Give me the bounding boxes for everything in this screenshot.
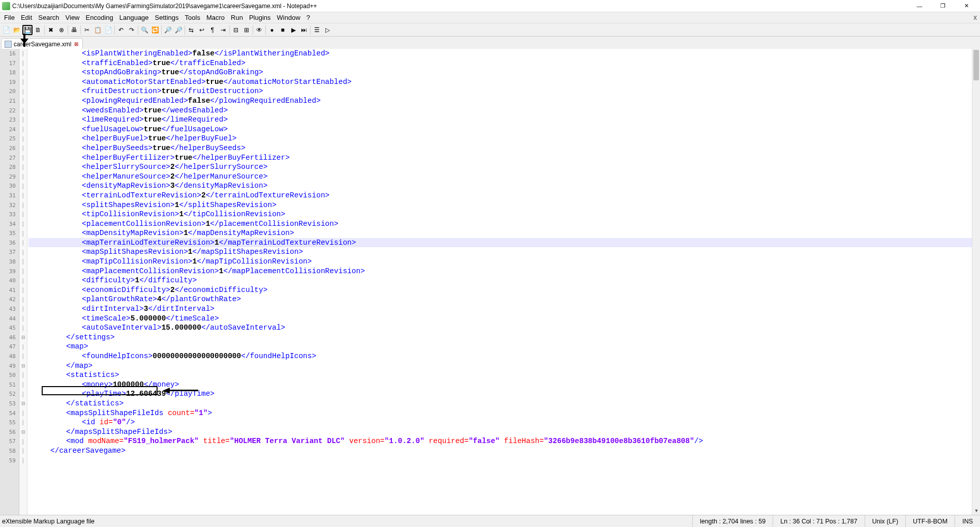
code-line[interactable]: <mapsSplitShapeFileIds count="1"> (28, 408, 972, 418)
code-line[interactable]: </settings> (28, 333, 972, 342)
fold-marker[interactable]: │ (19, 115, 27, 125)
fold-marker[interactable]: │ (19, 257, 27, 267)
menu-plugins[interactable]: Plugins (246, 13, 274, 22)
fold-marker[interactable]: │ (19, 77, 27, 87)
close-button[interactable]: ✖ (46, 25, 56, 35)
save-button[interactable]: 💾 (22, 25, 33, 35)
code-line[interactable]: <timeScale>5.000000</timeScale> (28, 314, 972, 324)
code-line[interactable]: <difficulty>1</difficulty> (28, 276, 972, 285)
maximize-button[interactable]: ❐ (931, 1, 955, 12)
fold-marker[interactable]: │ (19, 446, 27, 456)
fold-column[interactable]: ││││││││││││││││││││││││││││││⊟││⊟│││⊟││… (19, 49, 27, 515)
fold-marker[interactable]: │ (19, 276, 27, 285)
cut-button[interactable]: ✂ (82, 25, 92, 35)
fold-marker[interactable]: │ (19, 134, 27, 143)
code-line[interactable]: <helperBuyFuel>true</helperBuyFuel> (28, 134, 972, 143)
fold-marker[interactable]: │ (19, 342, 27, 352)
play-mult-button[interactable]: ⏭ (299, 25, 309, 35)
fold-marker[interactable]: │ (19, 86, 27, 96)
code-line[interactable]: <statistics> (28, 370, 972, 380)
menu-edit[interactable]: Edit (18, 13, 35, 22)
fold-marker[interactable]: │ (19, 49, 27, 58)
code-line[interactable]: <terrainLodTextureRevision>2</terrainLod… (28, 191, 972, 200)
fold-marker[interactable]: │ (19, 323, 27, 333)
macro-list-button[interactable]: ☰ (312, 25, 322, 35)
menu-help[interactable]: ? (303, 13, 313, 22)
code-line[interactable]: <mapDensityMapRevision>1</mapDensityMapR… (28, 228, 972, 238)
code-line[interactable]: <dirtInterval>3</dirtInterval> (28, 304, 972, 314)
fold-marker[interactable]: │ (19, 247, 27, 257)
fold-marker[interactable]: │ (19, 143, 27, 153)
code-line[interactable]: <mapPlacementCollisionRevision>1</mapPla… (28, 267, 972, 276)
menu-file[interactable]: File (1, 13, 18, 22)
fold-marker[interactable]: │ (19, 68, 27, 77)
code-line[interactable]: <helperManureSource>2</helperManureSourc… (28, 172, 972, 182)
undo-button[interactable]: ↶ (116, 25, 126, 35)
redo-button[interactable]: ↷ (127, 25, 137, 35)
code-line[interactable]: <economicDifficulty>2</economicDifficult… (28, 285, 972, 295)
close-secondary-button[interactable]: x (973, 13, 977, 21)
fold-marker[interactable]: │ (19, 267, 27, 276)
fold-marker[interactable]: │ (19, 58, 27, 68)
scroll-down-icon[interactable]: ▼ (972, 507, 980, 515)
fold-button[interactable]: ⊟ (231, 25, 241, 35)
fold-marker[interactable]: ⊟ (19, 399, 27, 408)
code-line[interactable]: <plantGrowthRate>4</plantGrowthRate> (28, 295, 972, 304)
fold-marker[interactable]: │ (19, 370, 27, 380)
close-all-button[interactable]: ⊗ (56, 25, 67, 35)
fold-marker[interactable]: │ (19, 172, 27, 182)
code-line[interactable]: <splitShapesRevision>1</splitShapesRevis… (28, 200, 972, 210)
code-line[interactable]: <densityMapRevision>3</densityMapRevisio… (28, 181, 972, 191)
status-encoding[interactable]: UTF-8-BOM (905, 515, 955, 527)
zoom-out-button[interactable]: 🔎 (173, 25, 183, 35)
fold-marker[interactable]: ⊟ (19, 333, 27, 342)
code-line[interactable]: <mod modName="FS19_holmerPack" title="HO… (28, 436, 972, 446)
code-line[interactable]: <helperBuyFertilizer>true</helperBuyFert… (28, 153, 972, 163)
code-line[interactable]: </careerSavegame> (28, 446, 972, 456)
code-line[interactable] (28, 456, 972, 465)
menu-macro[interactable]: Macro (203, 13, 228, 22)
menu-run[interactable]: Run (228, 13, 246, 22)
code-line[interactable]: <isPlantWitheringEnabled>false</isPlantW… (28, 49, 972, 58)
run-button[interactable]: ▷ (322, 25, 332, 35)
minimize-button[interactable]: ― (908, 1, 931, 12)
fold-marker[interactable]: │ (19, 210, 27, 219)
fold-marker[interactable]: │ (19, 238, 27, 248)
fold-marker[interactable]: │ (19, 380, 27, 390)
fold-marker[interactable]: │ (19, 106, 27, 115)
tab-close-icon[interactable]: ⊠ (73, 41, 79, 47)
stop-button[interactable]: ■ (278, 25, 288, 35)
code-line[interactable]: <helperBuySeeds>true</helperBuySeeds> (28, 143, 972, 153)
code-line[interactable]: <foundHelpIcons>00000000000000000000</fo… (28, 352, 972, 361)
code-line[interactable]: <weedsEnabled>true</weedsEnabled> (28, 106, 972, 115)
sync-button[interactable]: ⇆ (186, 25, 196, 35)
code-line[interactable]: <limeRequired>true</limeRequired> (28, 115, 972, 125)
fold-marker[interactable]: │ (19, 285, 27, 295)
menu-settings[interactable]: Settings (152, 13, 182, 22)
code-line[interactable]: <mapTerrainLodTextureRevision>1</mapTerr… (28, 238, 972, 248)
menu-window[interactable]: Window (274, 13, 303, 22)
play-button[interactable]: ▶ (288, 25, 298, 35)
fold-marker[interactable]: │ (19, 191, 27, 200)
code-line[interactable]: <map> (28, 342, 972, 352)
code-line[interactable]: <fruitDestruction>true</fruitDestruction… (28, 86, 972, 96)
fold-marker[interactable]: │ (19, 162, 27, 172)
code-line[interactable]: <fuelUsageLow>true</fuelUsageLow> (28, 125, 972, 134)
close-button[interactable]: ✕ (955, 1, 978, 12)
open-button[interactable]: 📂 (12, 25, 22, 35)
status-ins[interactable]: INS (955, 515, 980, 527)
record-button[interactable]: ● (267, 25, 277, 35)
copy-button[interactable]: 📋 (93, 25, 103, 35)
zoom-in-button[interactable]: 🔎 (163, 25, 173, 35)
fold-marker[interactable]: │ (19, 228, 27, 238)
code-line[interactable]: </mapsSplitShapeFileIds> (28, 427, 972, 437)
fold-marker[interactable]: │ (19, 304, 27, 314)
editor[interactable]: 1617181920212223242526272829303132333435… (0, 49, 972, 515)
fold-marker[interactable]: │ (19, 389, 27, 399)
print-button[interactable]: 🖶 (69, 25, 79, 35)
status-eol[interactable]: Unix (LF) (865, 515, 905, 527)
code-line[interactable]: <tipCollisionRevision>1</tipCollisionRev… (28, 210, 972, 219)
replace-button[interactable]: 🔁 (150, 25, 160, 35)
menu-encoding[interactable]: Encoding (83, 13, 116, 22)
code-area[interactable]: <isPlantWitheringEnabled>false</isPlantW… (27, 49, 972, 515)
